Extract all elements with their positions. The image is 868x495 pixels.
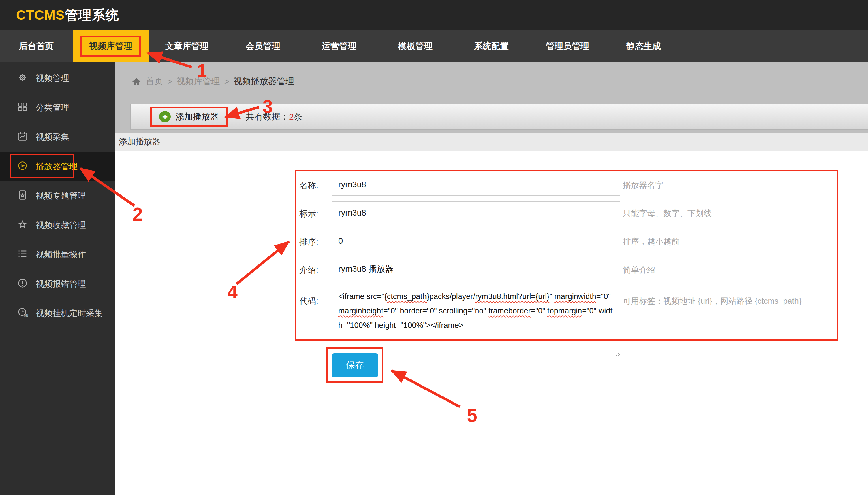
ctcms-admin-page: CTCMS管理系统 后台首页 视频库管理 文章库管理 会员管理 运营管理 模板管… (0, 0, 868, 495)
code-textarea[interactable]: <iframe src="{ctcms_path}packs/player/ry… (332, 286, 621, 357)
resize-handle[interactable] (614, 351, 620, 356)
toolbar: + 添加播放器 共有数据：2条 (130, 104, 868, 130)
description-hint: 简单介绍 (623, 264, 655, 275)
gear-icon (17, 72, 28, 85)
calendar-chart-icon (17, 131, 28, 144)
main-nav: 后台首页 视频库管理 文章库管理 会员管理 运营管理 模板管理 系统配置 管理员… (0, 30, 868, 62)
sort-order-label: 排序: (299, 236, 329, 248)
nav-item-members[interactable]: 会员管理 (225, 30, 301, 62)
name-hint: 播放器名字 (623, 180, 663, 191)
sidebar-item-video-collect[interactable]: 视频采集 (0, 122, 115, 152)
nav-item-admins[interactable]: 管理员管理 (529, 30, 606, 62)
name-label: 名称: (299, 180, 329, 191)
breadcrumb-home[interactable]: 首页 (146, 75, 163, 87)
top-bar: CTCMS管理系统 (0, 0, 868, 30)
sidebar-item-label: 视频挂机定时采集 (36, 308, 103, 319)
nav-item-operations[interactable]: 运营管理 (301, 30, 377, 62)
nav-item-templates[interactable]: 模板管理 (377, 30, 453, 62)
breadcrumb: 首页 > 视频库管理 > 视频播放器管理 (131, 75, 294, 87)
section-title: 添加播放器 (119, 136, 161, 148)
identifier-label: 标示: (299, 208, 329, 220)
app-logo: CTCMS管理系统 (16, 6, 119, 24)
sidebar-item-video-error-manage[interactable]: 视频报错管理 (0, 269, 115, 299)
name-input[interactable] (332, 173, 620, 195)
code-text: <iframe src="{ctcms_path}packs/player/ry… (338, 292, 612, 330)
sidebar-item-label: 视频专题管理 (36, 190, 86, 202)
identifier-input[interactable] (332, 201, 620, 224)
star-icon (17, 219, 28, 232)
code-label: 代码: (299, 296, 329, 307)
nav-item-dashboard[interactable]: 后台首页 (0, 30, 73, 62)
logo-rest: 管理系统 (65, 7, 119, 22)
section-header: 添加播放器 (115, 133, 868, 151)
save-button[interactable]: 保存 (332, 353, 378, 377)
breadcrumb-separator: > (224, 76, 230, 86)
sidebar: 视频管理 分类管理 视频采集 播放器管理 (0, 62, 115, 495)
sort-order-hint: 排序，越小越前 (623, 236, 679, 247)
list-icon (17, 248, 28, 262)
identifier-hint: 只能字母、数字、下划线 (623, 208, 712, 219)
breadcrumb-current: 视频播放器管理 (233, 75, 294, 87)
sidebar-item-label: 视频采集 (36, 131, 69, 143)
grid-icon (17, 101, 28, 115)
nav-item-static-generation[interactable]: 静态生成 (606, 30, 682, 62)
breadcrumb-separator: > (167, 76, 173, 86)
nav-item-video-library[interactable]: 视频库管理 (73, 30, 149, 62)
sidebar-item-video-favorite-manage[interactable]: 视频收藏管理 (0, 211, 115, 240)
sidebar-item-label: 播放器管理 (36, 161, 78, 172)
sidebar-item-label: 视频管理 (36, 73, 69, 84)
annotation-box-1-target: 视频库管理 (80, 36, 141, 57)
sidebar-item-player-manage[interactable]: 播放器管理 (0, 152, 115, 181)
sidebar-item-category-manage[interactable]: 分类管理 (0, 93, 115, 122)
total-count-value: 2 (289, 112, 294, 121)
breadcrumb-video-library[interactable]: 视频库管理 (177, 75, 220, 87)
sidebar-item-video-scheduled-collect[interactable]: ON 视频挂机定时采集 (0, 299, 115, 328)
plus-icon: + (159, 111, 171, 122)
nav-item-system-config[interactable]: 系统配置 (453, 30, 529, 62)
sidebar-item-video-manage[interactable]: 视频管理 (0, 64, 115, 93)
sidebar-item-label: 视频报错管理 (36, 278, 86, 290)
total-count-text: 共有数据：2条 (246, 111, 302, 123)
doc-star-icon (17, 189, 28, 203)
description-label: 介绍: (299, 264, 329, 276)
code-hint: 可用标签：视频地址 {url}，网站路径 {ctcms_path} (623, 296, 801, 307)
sidebar-item-label: 视频批量操作 (36, 249, 86, 260)
logo-accent: CTCMS (16, 7, 65, 22)
add-player-label: 添加播放器 (176, 111, 219, 123)
sidebar-item-video-batch-ops[interactable]: 视频批量操作 (0, 240, 115, 269)
play-circle-icon (17, 160, 28, 173)
sidebar-item-label: 分类管理 (36, 102, 69, 114)
alert-circle-icon (17, 277, 28, 291)
sidebar-item-video-topic-manage[interactable]: 视频专题管理 (0, 181, 115, 211)
add-player-button[interactable]: + 添加播放器 (150, 107, 228, 127)
description-input[interactable] (332, 258, 620, 280)
nav-item-article-library[interactable]: 文章库管理 (149, 30, 225, 62)
sort-order-input[interactable] (332, 229, 620, 252)
svg-text:ON: ON (23, 314, 28, 317)
sidebar-item-label: 视频收藏管理 (36, 220, 86, 231)
home-icon (131, 76, 141, 86)
clock-icon: ON (17, 307, 28, 320)
